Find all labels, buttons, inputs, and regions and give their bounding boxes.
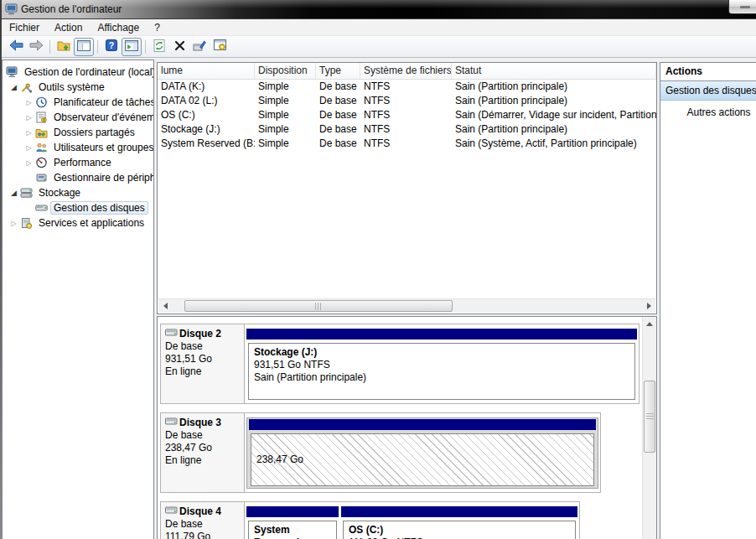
menu-fichier[interactable]: Fichier <box>2 21 47 34</box>
vertical-scrollbar[interactable] <box>642 317 656 539</box>
table-cell: Sain (Système, Actif, Partition principa… <box>452 137 656 151</box>
collapse-icon[interactable]: ◢ <box>8 189 20 197</box>
sidebar-item-label: Utilisateurs et groupes l <box>50 141 153 154</box>
sidebar-item-utilisateurs-et-groupes-l[interactable]: ▷Utilisateurs et groupes l <box>3 140 153 155</box>
refresh-button[interactable] <box>149 38 169 56</box>
partition-238-47-go[interactable]: 238,47 Go <box>246 417 598 489</box>
horizontal-scrollbar[interactable] <box>158 298 655 313</box>
expand-icon[interactable]: ▷ <box>23 99 35 106</box>
sidebar-item-performance[interactable]: ▷Performance <box>3 155 153 170</box>
sidebar-item-services-et-applications[interactable]: ▷Services et applications <box>3 215 153 231</box>
volume-row-os-c[interactable]: OS (C:)SimpleDe baseNTFSSain (Démarrer, … <box>158 108 656 122</box>
partition-os-c[interactable]: OS (C:)111,69 Go NTFS <box>341 506 577 539</box>
help-button[interactable]: ? <box>101 38 122 56</box>
minimize-icon <box>740 6 750 8</box>
help-icon: ? <box>106 39 117 54</box>
shared-folders-icon <box>35 127 50 138</box>
expand-icon[interactable]: ▷ <box>23 114 35 122</box>
sidebar-item-outils-syst-me[interactable]: ◢Outils système <box>3 80 153 95</box>
disk-type: De base <box>165 518 241 531</box>
expand-icon[interactable]: ▷ <box>23 129 35 137</box>
action-pane-toggle-icon <box>125 40 138 54</box>
volume-row-system-reserved-b[interactable]: System Reserved (B:)SimpleDe baseNTFSSai… <box>158 137 656 151</box>
arrow-left-icon <box>163 303 168 309</box>
minimize-button[interactable] <box>728 0 756 14</box>
partition-stockage-j[interactable]: Stockage (J:)931,51 Go NTFSSain (Partiti… <box>246 329 637 400</box>
actions-group-autres-actions[interactable]: Autres actions <box>660 104 756 121</box>
menu-help[interactable]: ? <box>147 21 168 34</box>
sidebar-item-dossiers-partag-s[interactable]: ▷Dossiers partagés <box>3 125 153 140</box>
table-cell: DATA 02 (L:) <box>158 94 255 108</box>
forward-button[interactable] <box>26 38 46 56</box>
table-body: DATA (K:)SimpleDe baseNTFSSain (Partitio… <box>158 80 656 151</box>
sidebar-item-gestion-de-l-ordinateur-local[interactable]: Gestion de l'ordinateur (local) <box>3 65 153 80</box>
disk-size: 111,79 Go <box>165 531 241 539</box>
disk-drive-icon <box>165 417 178 429</box>
scroll-left-button[interactable] <box>158 299 172 312</box>
disk-status: En ligne <box>165 365 241 378</box>
sidebar-item-stockage[interactable]: ◢Stockage <box>3 185 153 200</box>
sidebar-item-gestion-des-disques[interactable]: Gestion des disques <box>3 200 153 215</box>
sidebar-item-label: Stockage <box>35 186 84 200</box>
volume-row-data-02-l[interactable]: DATA 02 (L:)SimpleDe baseNTFSSain (Parti… <box>158 94 656 108</box>
menu-action[interactable]: Action <box>47 21 90 34</box>
column-header-filesystem[interactable]: Système de fichiers <box>360 63 452 79</box>
disk-header-disque-4[interactable]: Disque 4De base111,79 GoEn ligne <box>161 502 245 539</box>
scrollbar-thumb[interactable] <box>644 381 655 453</box>
disk-status: En ligne <box>165 454 241 467</box>
partition-system-reserved[interactable]: System Reserved100 Mo NTFS <box>246 506 339 539</box>
extended-view-button[interactable] <box>210 38 230 56</box>
table-cell: NTFS <box>360 122 452 137</box>
sidebar-item-label: Gestionnaire de périphé <box>50 171 153 184</box>
partitions: System Reserved100 Mo NTFSOS (C:)111,69 … <box>245 502 579 539</box>
properties-button[interactable] <box>189 38 210 56</box>
column-header-type[interactable]: Type <box>316 63 360 79</box>
titlebar[interactable]: Gestion de l'ordinateur <box>0 0 756 19</box>
expand-icon[interactable]: ▷ <box>8 220 20 227</box>
disk-name: Disque 3 <box>179 417 221 429</box>
expand-icon[interactable]: ▷ <box>23 144 35 152</box>
scrollbar-thumb[interactable] <box>184 300 453 312</box>
table-cell: Simple <box>255 80 316 94</box>
partition-line: 931,51 Go NTFS <box>254 359 629 371</box>
delete-button[interactable] <box>169 38 189 56</box>
volume-list-panel: lume Disposition Type Système de fichier… <box>157 62 657 314</box>
expand-icon[interactable]: ▷ <box>23 159 35 167</box>
console-tree-toggle-button[interactable] <box>74 38 94 56</box>
volume-row-stockage-j[interactable]: Stockage (J:)SimpleDe baseNTFSSain (Part… <box>158 122 656 137</box>
disk-graphical-panel: Disque 2De base931,51 GoEn ligneStockage… <box>157 316 657 539</box>
disk-management-icon <box>35 202 50 214</box>
sidebar-item-planificateur-de-t-ches[interactable]: ▷Planificateur de tâches <box>3 95 153 110</box>
action-pane-toggle-button[interactable] <box>122 38 142 56</box>
computer-icon <box>6 66 21 78</box>
menubar: Fichier Action Affichage ? <box>2 19 756 36</box>
scroll-up-button[interactable] <box>643 317 656 330</box>
actions-group-gestion-des-disques[interactable]: Gestion des disques <box>660 81 756 101</box>
back-icon <box>9 39 23 54</box>
table-cell: Sain (Partition principale) <box>452 122 656 137</box>
partition-type-band <box>249 419 596 430</box>
disk-header-disque-3[interactable]: Disque 3De base238,47 GoEn ligne <box>161 413 245 492</box>
volume-row-data-k[interactable]: DATA (K:)SimpleDe baseNTFSSain (Partitio… <box>158 80 656 94</box>
forward-icon <box>29 39 44 54</box>
column-header-status[interactable]: Statut <box>452 63 656 79</box>
partition-type-band <box>246 506 339 517</box>
folder-up-button[interactable] <box>54 38 74 56</box>
delete-icon <box>174 40 185 54</box>
menu-affichage[interactable]: Affichage <box>90 21 147 34</box>
table-cell: De base <box>316 80 360 94</box>
performance-icon <box>35 157 50 168</box>
scroll-right-button[interactable] <box>642 299 655 312</box>
back-button[interactable] <box>6 38 26 56</box>
disk-size: 931,51 Go <box>165 353 241 365</box>
column-header-volume[interactable]: lume <box>158 63 255 79</box>
collapse-icon[interactable]: ◢ <box>8 83 20 91</box>
disk-header-disque-2[interactable]: Disque 2De base931,51 GoEn ligne <box>161 324 245 403</box>
sidebar-item-gestionnaire-de-p-riph[interactable]: Gestionnaire de périphé <box>3 170 153 185</box>
computer-management-icon <box>5 3 18 16</box>
toolbar: ? <box>2 36 756 58</box>
sidebar-item-observateur-d-v-neme[interactable]: ▷Observateur d'événeme <box>3 110 153 125</box>
table-cell: Sain (Partition principale) <box>452 80 656 94</box>
column-header-disposition[interactable]: Disposition <box>255 63 316 79</box>
actions-pane-title: Actions <box>660 63 756 81</box>
